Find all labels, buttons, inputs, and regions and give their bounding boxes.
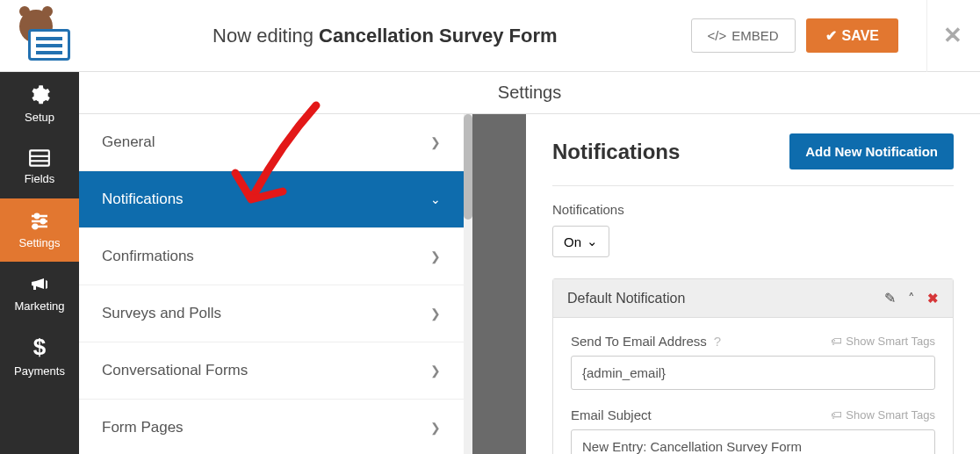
toggle-label: Notifications [552,202,954,217]
chevron-right-icon: ❯ [430,306,441,321]
sidebar-item-payments[interactable]: $ Payments [0,325,79,388]
sidebar-label: Setup [25,111,54,124]
chevron-right-icon: ❯ [430,421,441,435]
notification-card: Default Notification ✎ ˄ ✖ Send To Email… [552,278,954,454]
card-title: Default Notification [567,291,685,306]
sidebar-item-settings[interactable]: Settings [0,198,79,262]
svg-point-8 [33,225,37,228]
svg-rect-0 [30,150,49,165]
sidebar-item-setup[interactable]: Setup [0,72,79,135]
menu-item-general[interactable]: General ❯ [79,114,464,171]
smart-tags-toggle[interactable]: 🏷 Show Smart Tags [831,335,935,348]
menu-item-confirmations[interactable]: Confirmations ❯ [79,228,464,285]
code-icon: </> [708,28,727,43]
settings-menu: General ❯ Notifications ⌄ Confirmations … [79,114,464,454]
sidebar: Setup Fields Settings Marketing $ Paymen… [0,72,79,454]
app-logo [18,10,79,62]
chevron-up-icon[interactable]: ˄ [908,291,915,306]
menu-item-conversational[interactable]: Conversational Forms ❯ [79,342,464,400]
dollar-icon: $ [31,335,48,360]
send-to-input[interactable] [571,356,935,390]
sidebar-label: Payments [14,364,65,378]
builder-header: Now editing Cancellation Survey Form </>… [0,0,980,72]
menu-item-surveys[interactable]: Surveys and Polls ❯ [79,285,464,342]
editing-prefix: Now editing [213,25,313,47]
field-label: Send To Email Address [571,334,707,349]
field-label: Email Subject [571,407,652,422]
email-subject-input[interactable] [571,429,935,454]
check-icon: ✔ [825,27,837,44]
svg-point-4 [35,214,39,218]
edit-icon[interactable]: ✎ [884,290,896,306]
save-button[interactable]: ✔ SAVE [806,18,898,53]
notifications-panel: Notifications Add New Notification Notif… [525,114,980,454]
tag-icon: 🏷 [831,335,842,348]
delete-icon[interactable]: ✖ [927,291,939,306]
close-button[interactable]: ✕ [926,0,962,72]
chevron-right-icon: ❯ [430,249,441,263]
add-notification-button[interactable]: Add New Notification [789,133,954,169]
sidebar-label: Fields [25,172,55,185]
sidebar-label: Settings [19,236,61,249]
scrollbar-thumb[interactable] [464,114,472,220]
preview-gutter [472,114,525,454]
embed-button[interactable]: </> EMBED [691,18,796,53]
notifications-toggle[interactable]: On ⌄ [552,226,609,257]
chevron-down-icon: ⌄ [587,234,598,249]
form-name: Cancellation Survey Form [319,25,557,47]
sliders-icon [28,211,51,232]
sidebar-item-fields[interactable]: Fields [0,135,79,198]
help-icon[interactable]: ? [714,334,721,349]
svg-text:$: $ [33,335,47,360]
content-area: Settings General ❯ Notifications ⌄ Confi… [79,72,980,454]
main-area: Setup Fields Settings Marketing $ Paymen… [0,72,980,454]
sidebar-item-marketing[interactable]: Marketing [0,262,79,325]
scrollbar[interactable] [464,114,472,454]
settings-heading: Settings [79,72,980,114]
sidebar-label: Marketing [14,299,64,313]
header-title: Now editing Cancellation Survey Form [79,25,691,47]
megaphone-icon [28,274,51,295]
chevron-down-icon: ⌄ [430,192,441,206]
close-icon: ✕ [943,22,962,49]
smart-tags-toggle[interactable]: 🏷 Show Smart Tags [831,408,935,422]
card-header: Default Notification ✎ ˄ ✖ [553,279,953,318]
tag-icon: 🏷 [831,408,842,422]
menu-item-form-pages[interactable]: Form Pages ❯ [79,400,464,454]
chevron-right-icon: ❯ [430,364,441,378]
gear-icon [28,83,51,106]
chevron-right-icon: ❯ [430,135,441,149]
menu-item-notifications[interactable]: Notifications ⌄ [79,171,464,228]
list-icon [28,148,51,168]
panel-title: Notifications [552,140,680,164]
svg-point-6 [41,220,45,223]
